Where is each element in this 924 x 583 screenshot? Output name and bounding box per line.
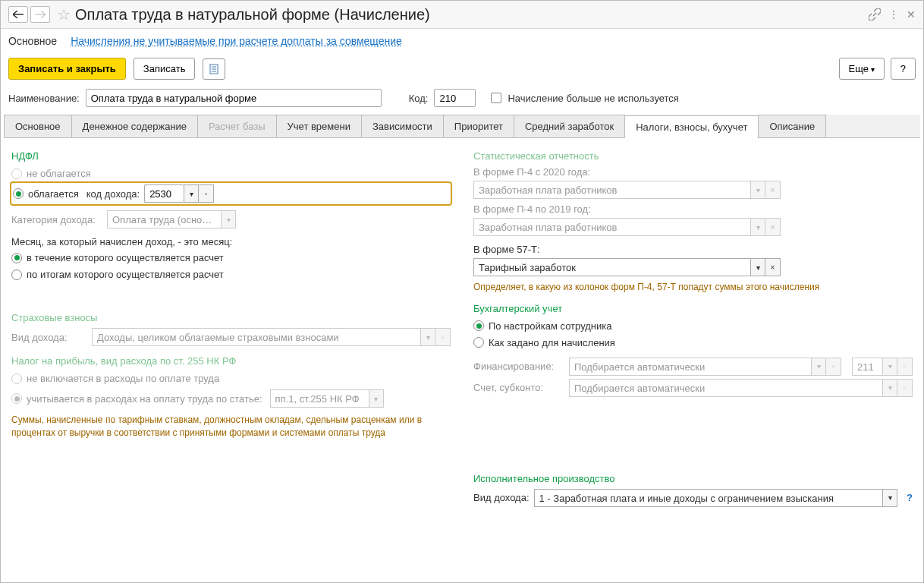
tab-avg-earn[interactable]: Средний заработок [514,115,625,137]
accounting-opt2-label: Как задано для начисления [489,337,615,348]
more-menu-icon[interactable]: ⋮ [888,8,899,20]
ndfl-code-label: код дохода: [86,188,140,200]
disabled-label: Начисление больше не используется [508,93,678,104]
financing-dropdown-icon: ▾ [811,358,826,376]
ndfl-code-input[interactable] [144,184,184,203]
nav-primary[interactable]: Основное [8,35,57,47]
save-and-close-button[interactable]: Записать и закрыть [8,58,126,80]
nav-back-button[interactable] [8,6,28,23]
tab-taxes[interactable]: Налоги, взносы, бухучет [624,115,759,138]
tab-priority[interactable]: Приоритет [443,115,514,137]
exec-type-input[interactable]: 1 - Заработная плата и иные доходы с огр… [534,489,883,507]
profit-opt1-radio [11,373,22,384]
stat-p4-2020-dropdown-icon: ▾ [750,181,765,199]
stat-57t-clear-icon[interactable]: × [765,258,781,276]
accounting-section-title: Бухгалтерский учет [473,303,913,314]
tab-time[interactable]: Учет времени [276,115,362,137]
financing-open-icon: ▫ [826,358,841,376]
ndfl-taxed-radio[interactable] [13,188,24,199]
account-label: Счет, субконто: [473,382,564,393]
list-view-icon[interactable] [203,58,225,80]
ndfl-month-opt1-label: в течение которого осуществляется расчет [27,252,224,263]
ndfl-code-dropdown-icon[interactable]: ▾ [184,184,199,203]
stat-p4-2019-dropdown-icon: ▾ [750,218,765,236]
exec-help-icon[interactable]: ? [907,492,913,503]
insurance-type-open-icon: ▫ [435,328,451,346]
ndfl-not-taxed-radio [11,169,22,179]
stat-p4-2020-clear-icon: × [765,181,781,199]
accounting-opt1-label: По настройкам сотрудника [489,320,611,332]
exec-section-title: Исполнительное производство [473,473,913,484]
ndfl-section-title: НДФЛ [11,150,451,162]
window-title: Оплата труда в натуральной форме (Начисл… [75,6,430,24]
ndfl-month-opt1-radio[interactable] [11,253,22,263]
stat-p4-2019-clear-icon: × [765,218,781,236]
nav-secondary-link[interactable]: Начисления не учитываемые при расчете до… [71,35,402,47]
tab-description[interactable]: Описание [758,115,826,137]
tab-main[interactable]: Основное [4,115,72,137]
profit-tax-section-title: Налог на прибыль, вид расхода по ст. 255… [11,355,451,367]
nav-forward-button[interactable] [30,6,50,23]
stat-p4-2019-label: В форме П-4 по 2019 год: [473,203,913,215]
more-button[interactable]: Еще [839,58,885,80]
profit-opt2-label: учитывается в расходах на оплату труда п… [27,393,262,405]
tab-bar: Основное Денежное содержание Расчет базы… [4,115,920,138]
stat-57t-input[interactable]: Тарифный заработок [473,258,750,276]
accounting-opt1-radio[interactable] [473,320,484,331]
financing-code-open-icon: ▫ [897,358,913,376]
accounting-opt2-radio[interactable] [473,337,484,348]
disabled-checkbox[interactable] [491,93,501,103]
profit-article-dropdown-icon: ▾ [369,389,384,408]
stat-p4-2019-input: Заработная плата работников [473,218,750,236]
stat-p4-2020-input: Заработная плата работников [473,181,750,199]
tab-deps[interactable]: Зависимости [361,115,444,137]
profit-opt1-label: не включается в расходы по оплате труда [27,373,219,384]
ndfl-month-opt2-radio[interactable] [11,269,22,280]
link-icon[interactable] [869,8,881,20]
account-dropdown-icon: ▾ [882,379,897,397]
stat-section-title: Статистическая отчетность [473,150,913,162]
favorite-star-icon[interactable]: ☆ [57,5,71,24]
stat-57t-dropdown-icon[interactable]: ▾ [750,258,765,276]
ndfl-category-input: Оплата труда (основная н [107,210,221,228]
stat-57t-label: В форме 57-Т: [473,244,913,255]
ndfl-month-label: Месяц, за который начислен доход, - это … [11,236,451,247]
profit-note: Суммы, начисленные по тарифным ставкам, … [11,414,451,440]
profit-article-input: пп.1, ст.255 НК РФ [270,389,369,408]
ndfl-taxed-label: облагается [28,188,79,200]
ndfl-taxed-row[interactable]: облагается код дохода: ▾ ▫ [11,183,451,204]
name-input[interactable] [86,89,382,107]
save-button[interactable]: Записать [134,58,196,80]
account-open-icon: ▫ [897,379,913,397]
account-input: Подбирается автоматически [569,379,882,397]
code-label: Код: [409,93,429,104]
ndfl-category-label: Категория дохода: [11,214,102,225]
ndfl-month-opt2-label: по итогам которого осуществляется расчет [27,269,224,280]
insurance-type-input: Доходы, целиком облагаемые страховыми вз… [92,328,420,346]
help-button[interactable]: ? [891,58,916,80]
exec-type-dropdown-icon[interactable]: ▾ [882,489,897,507]
insurance-type-label: Вид дохода: [11,332,87,343]
financing-code-input: 211 [852,358,882,376]
stat-p4-2020-label: В форме П-4 с 2020 года: [473,166,913,178]
code-input[interactable] [434,89,476,107]
financing-input: Подбирается автоматически [569,358,811,376]
ndfl-code-open-icon[interactable]: ▫ [199,184,214,203]
close-icon[interactable]: ✕ [907,8,916,20]
financing-label: Финансирование: [473,361,564,372]
ndfl-not-taxed-label: не облагается [27,168,91,179]
financing-code-dropdown-icon: ▾ [882,358,897,376]
name-label: Наименование: [8,93,80,104]
profit-opt2-radio [11,393,22,404]
insurance-section-title: Страховые взносы [11,312,451,323]
insurance-type-dropdown-icon: ▾ [420,328,435,346]
stat-note: Определяет, в какую из колонок форм П-4,… [473,281,913,294]
tab-money[interactable]: Денежное содержание [71,115,198,137]
tab-calc-base[interactable]: Расчет базы [197,115,277,137]
exec-type-label: Вид дохода: [473,492,530,503]
ndfl-category-dropdown-icon: ▾ [221,210,236,228]
